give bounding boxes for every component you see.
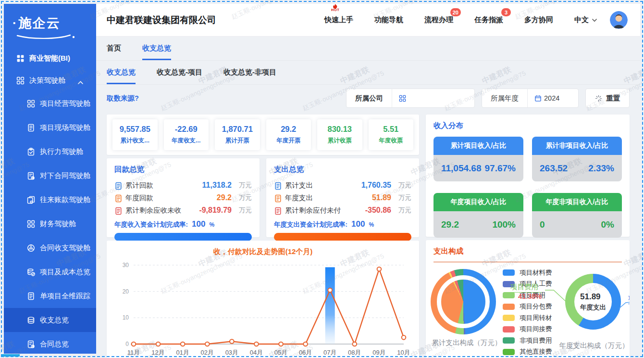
nav-item-label: 任务指派 <box>474 15 503 24</box>
rate-unit: % <box>369 221 374 228</box>
sidebar-item-label: 项目及成本总览 <box>40 268 90 277</box>
sidebar: ·施企云 商业智能(BI) 决策驾驶舱 项目经营驾驶舱项目现场驾驶舱执行力驾驶舱… <box>4 4 96 354</box>
kpi-label: 年度开票 <box>276 137 300 145</box>
legend-item[interactable]: 非项目费用 <box>503 335 552 346</box>
sidebar-item[interactable]: 往来账款驾驶舱 <box>4 188 96 212</box>
trend-chart: 010203011月12月01月02月03月04月05月06月07月08月09月… <box>113 258 412 358</box>
sub-tab[interactable]: 收支总览-非项目 <box>223 68 276 84</box>
overview-row-unit: 万元 <box>235 193 252 202</box>
app-viewport: ·施企云 商业智能(BI) 决策驾驶舱 项目经营驾驶舱项目现场驾驶舱执行力驾驶舱… <box>0 0 644 358</box>
sidebar-item[interactable]: 项目及成本总览 <box>4 260 96 284</box>
kpi-label: 累计收票 <box>328 137 352 145</box>
income-card: 累计非项目收入/占比 263.522.33% <box>532 137 622 181</box>
nav-item[interactable]: 功能导航 <box>374 15 403 25</box>
company-title: 中建君联建设集团有限公司 <box>107 14 216 26</box>
svg-text:09月: 09月 <box>372 349 385 356</box>
sidebar-item[interactable]: 收支总览 <box>4 308 96 332</box>
legend-item[interactable]: 项目间接费 <box>503 324 552 335</box>
sidebar-item[interactable]: 合同总览 <box>4 332 96 356</box>
top-bar: 中建君联建设集团有限公司 快速上手HOT功能导航流程办理20任务指派3多方协同 … <box>96 4 640 37</box>
clipboard-icon <box>27 148 35 156</box>
legend-item[interactable]: 项目周转材 <box>503 312 552 324</box>
sidebar-group-decision-cockpit[interactable]: 决策驾驶舱 <box>4 70 96 91</box>
income-card-percent: 97.67% <box>485 163 516 174</box>
legend-swatch <box>503 269 515 276</box>
income-card-value: 0 <box>540 219 545 230</box>
page-tab[interactable]: 收支总览 <box>142 44 171 60</box>
year-filter-value: 2024 <box>544 94 559 102</box>
grid-icon <box>27 220 35 228</box>
svg-text:12月: 12月 <box>151 349 164 356</box>
nav-item-label: 功能导航 <box>374 15 403 24</box>
panel-title: 收入分布 <box>433 121 622 131</box>
income-card-value: 263.52 <box>540 163 568 174</box>
sidebar-item-label: 合同收支驾驶舱 <box>40 243 90 253</box>
income-card: 年度项目收入/占比 29.2100% <box>433 193 523 238</box>
grid-icon <box>27 100 35 108</box>
sidebar-item-bi[interactable]: 商业智能(BI) <box>4 47 96 70</box>
nav-item[interactable]: 任务指派3 <box>474 15 503 25</box>
data-source-link[interactable]: 取数来源? <box>107 94 139 103</box>
income-card-header: 累计项目收入/占比 <box>433 137 523 155</box>
legend-swatch <box>503 349 515 355</box>
kpi-label: 累计收支... <box>121 137 149 145</box>
income-distribution-panel: 收入分布 累计项目收入/占比 11,054.6897.67%累计非项目收入/占比… <box>426 115 630 237</box>
sidebar-item-label: 项目现场驾驶舱 <box>40 123 90 132</box>
panel-title: 支出总览 <box>274 165 411 175</box>
legend-item[interactable]: 其他直接费 <box>503 346 552 358</box>
rate-label: 年度支出资金计划完成率: <box>274 220 347 229</box>
company-filter-label: 所属公司 <box>347 89 392 107</box>
kpi-card: 29.2年度开票 <box>266 119 311 150</box>
divider <box>433 262 622 262</box>
sidebar-item[interactable]: 对下合同驾驶舱 <box>4 164 96 188</box>
callout-name: 项目费用 <box>510 282 542 293</box>
sidebar-item[interactable]: 项目经营驾驶舱 <box>4 91 96 115</box>
donut-center: 51.89 年度支出 <box>574 283 612 320</box>
sub-tab[interactable]: 收支总览 <box>107 68 136 84</box>
income-card-value: 29.2 <box>441 219 459 230</box>
legend-swatch <box>503 326 515 332</box>
nav-item[interactable]: 多方协同 <box>524 15 553 25</box>
overview-row-value: 29.2 <box>217 193 232 202</box>
kpi-card: -22.69年度收支... <box>164 119 209 150</box>
nav-item-label: 快速上手 <box>324 15 353 24</box>
rate-label: 年度收入资金计划完成率: <box>114 220 188 229</box>
income-card-value: 11,054.68 <box>441 163 481 174</box>
page-tab[interactable]: 首页 <box>107 44 121 60</box>
nav-item[interactable]: 快速上手HOT <box>324 15 353 25</box>
reset-button[interactable]: 重置 <box>585 89 630 108</box>
sidebar-item[interactable]: 执行力驾驶舱 <box>4 140 96 164</box>
svg-text:07月: 07月 <box>323 349 336 356</box>
payment-overview-panel: 支出总览 累计支出 1,760.35 万元 年度支出 51.89 万元 累计剩余… <box>266 158 419 237</box>
svg-text:20: 20 <box>123 288 129 295</box>
year-filter-select[interactable]: 所属年度 2024 <box>482 89 579 108</box>
legend-item[interactable]: 项目材料费 <box>503 267 552 279</box>
legend-item[interactable]: 项目分包费 <box>503 301 552 313</box>
cumulative-expense-donut <box>431 269 496 334</box>
sub-tab[interactable]: 收支总览-项目 <box>157 68 202 84</box>
overview-row-value: 51.89 <box>372 193 391 202</box>
sidebar-item[interactable]: 财务驾驶舱 <box>4 212 96 236</box>
sidebar-item[interactable]: 单项目全维跟踪 <box>4 284 96 308</box>
legend-swatch <box>503 315 515 321</box>
org-grid-icon <box>399 95 406 102</box>
sidebar-item[interactable]: 项目现场驾驶舱 <box>4 115 96 140</box>
chevron-up-icon[interactable] <box>77 78 84 86</box>
overview-row-value: -350.86 <box>365 206 391 215</box>
language-selector[interactable]: 中文 <box>574 15 597 25</box>
collection-progress-bar <box>114 233 252 241</box>
kpi-card: 9,557.85累计收支... <box>112 119 158 150</box>
trend-chart-panel: 收，付款对比及走势图(12个月) 010203011月12月01月02月03月0… <box>107 241 419 358</box>
overview-row: 年度回款 29.2 万元 <box>114 192 252 204</box>
donut-caption: 年度支出构成（万元） <box>546 341 630 350</box>
svg-text:06月: 06月 <box>299 349 312 356</box>
svg-text:30: 30 <box>123 262 129 268</box>
overview-row: 累计剩余应付未付 -350.86 万元 <box>274 204 411 217</box>
sidebar-item-label: 往来账款驾驶舱 <box>40 195 90 205</box>
company-filter-select[interactable]: 所属公司 <box>346 89 475 108</box>
nav-item[interactable]: 流程办理20 <box>424 15 453 25</box>
avatar[interactable] <box>610 11 628 29</box>
callout-connector-line <box>544 289 567 303</box>
panel-title: 支出构成 <box>433 246 622 256</box>
sidebar-item[interactable]: 合同收支驾驶舱 <box>4 236 96 260</box>
